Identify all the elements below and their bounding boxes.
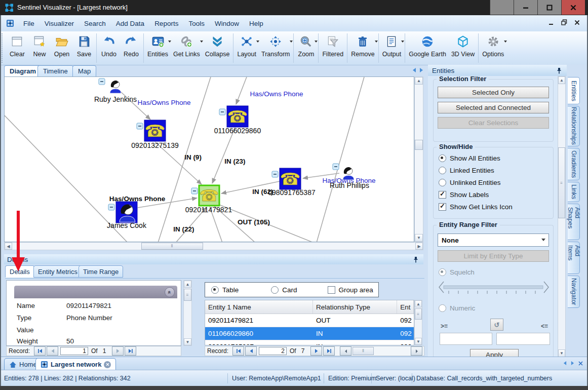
scroll-up-icon[interactable]: ▲: [415, 77, 423, 85]
show-all-entities-option[interactable]: Show All Entities: [439, 154, 553, 162]
checkbox-icon[interactable]: [439, 203, 446, 211]
radio-icon[interactable]: [439, 154, 446, 162]
side-tab-navigator[interactable]: Navigator: [568, 276, 580, 308]
tabs-right-icon[interactable]: [571, 361, 574, 366]
checkbox-icon[interactable]: [328, 286, 335, 294]
last-record-button[interactable]: [125, 346, 136, 356]
column-header-entity-1-name[interactable]: Entity 1 Name: [205, 300, 313, 314]
horizontal-scroll-thumb[interactable]: ⦀: [141, 243, 203, 250]
collapse-minus-icon[interactable]: [108, 204, 114, 210]
mdi-minimize-icon[interactable]: [548, 20, 554, 25]
collapse-minus-icon[interactable]: [219, 109, 225, 115]
pin-icon[interactable]: [557, 67, 562, 74]
previous-record-button[interactable]: [47, 346, 58, 356]
maximize-button[interactable]: [537, 0, 561, 15]
entity-range-dropdown[interactable]: None: [438, 233, 549, 247]
unlinked-entities-option[interactable]: Unlinked Entities: [439, 179, 553, 186]
checkbox-icon[interactable]: [439, 191, 446, 199]
tab-map[interactable]: Map: [72, 65, 96, 76]
diagram-canvas[interactable]: Has/Owns PhoneHas/Owns PhoneHas/Owns Pho…: [4, 76, 414, 242]
table-scroll-thumb[interactable]: ≡: [415, 308, 422, 320]
radio-icon[interactable]: [271, 286, 279, 294]
collapse-minus-icon[interactable]: [333, 164, 339, 170]
column-header-relationship-type[interactable]: Relationship Type: [313, 300, 397, 314]
toolbar-button-redo[interactable]: Redo: [120, 31, 142, 65]
pin-icon[interactable]: [413, 256, 418, 263]
tabs-left-icon[interactable]: [563, 361, 567, 366]
side-tab-gradients[interactable]: Gradients: [568, 148, 580, 180]
collapse-minus-icon[interactable]: [191, 188, 198, 194]
dropdown-caret-icon[interactable]: [504, 41, 507, 43]
close-button[interactable]: [561, 0, 585, 15]
menu-item-help[interactable]: Help: [244, 18, 268, 29]
range-min-input[interactable]: [440, 333, 492, 345]
entity-node-phone-092011479821[interactable]: ☎092011479821: [185, 185, 232, 214]
table-row[interactable]: 011066029860IN092: [205, 327, 414, 340]
collapse-chevron-icon[interactable]: «: [165, 287, 175, 297]
scroll-up-icon[interactable]: ▲: [415, 300, 422, 307]
toolbar-button-new[interactable]: New: [28, 31, 51, 65]
radio-icon[interactable]: [211, 286, 219, 294]
tab-diagram[interactable]: Diagram: [4, 65, 42, 76]
table-scrollbar[interactable]: ▲ ≡ ▼: [414, 300, 422, 345]
toolbar-button-google-earth[interactable]: Google Earth: [406, 31, 449, 65]
collapse-minus-icon[interactable]: [99, 79, 105, 85]
toolbar-button-save[interactable]: Save: [73, 31, 95, 65]
side-tab-relationships[interactable]: Relationships: [568, 106, 580, 146]
last-record-button[interactable]: [323, 346, 335, 356]
scroll-down-icon[interactable]: ▼: [184, 338, 191, 345]
toolbar-button-open[interactable]: Open: [51, 31, 73, 65]
menu-item-tools[interactable]: Tools: [183, 18, 210, 29]
table-hscroll-thumb[interactable]: ⦀: [352, 347, 374, 355]
toolbar-button-get-links[interactable]: Get Links: [171, 31, 203, 65]
next-record-button[interactable]: [310, 346, 322, 356]
range-max-input[interactable]: [496, 333, 550, 345]
toolbar-button-transform[interactable]: Transform: [259, 31, 293, 65]
dropdown-caret-icon[interactable]: [401, 41, 404, 43]
diagram-vertical-scrollbar[interactable]: ▲ ▼: [414, 76, 423, 242]
minimize-button[interactable]: [514, 0, 537, 15]
tab-timeline[interactable]: Timeline: [37, 65, 73, 76]
first-record-button[interactable]: [232, 346, 244, 356]
column-header-ent[interactable]: Ent: [397, 300, 414, 314]
mdi-close-icon[interactable]: [574, 20, 580, 25]
diagram-horizontal-scrollbar[interactable]: ◀ ⦀ ▶: [4, 242, 423, 250]
linked-entities-option[interactable]: Linked Entities: [439, 167, 553, 174]
toolbar-button-collapse[interactable]: Collapse: [203, 31, 232, 65]
previous-record-button[interactable]: [245, 346, 257, 356]
table-row[interactable]: 098091765387IN092: [205, 340, 414, 345]
numeric-option[interactable]: Numeric: [439, 304, 553, 312]
toolbar-button-remove[interactable]: Remove: [348, 31, 377, 65]
toolbar-button-entities[interactable]: Entities: [145, 31, 171, 65]
toolbar-button-output[interactable]: Output: [380, 31, 404, 65]
tab-scroll-right-icon[interactable]: [419, 67, 423, 73]
scroll-down-icon[interactable]: ▼: [558, 349, 565, 357]
record-position[interactable]: 2: [259, 347, 287, 355]
toolbar-button-undo[interactable]: Undo: [98, 31, 120, 65]
selected-and-connected-button[interactable]: Selected and Connected: [438, 102, 549, 113]
menu-item-file[interactable]: File: [18, 18, 40, 29]
menu-item-reports[interactable]: Reports: [149, 18, 183, 29]
collapse-minus-icon[interactable]: [272, 171, 278, 177]
dropdown-caret-icon[interactable]: [290, 41, 293, 43]
show-labels-option[interactable]: Show Labels: [439, 191, 553, 199]
scroll-up-icon[interactable]: ▲: [558, 76, 565, 84]
record-position[interactable]: 1: [60, 347, 88, 355]
selected-only-button[interactable]: Selected Only: [438, 87, 549, 98]
reset-range-button[interactable]: ↺: [490, 319, 503, 331]
mdi-restore-icon[interactable]: [561, 19, 567, 25]
squelch-slider[interactable]: [438, 280, 550, 295]
entity-node-phone-011066029860[interactable]: ☎011066029860: [214, 106, 261, 135]
toolbar-button-filtered[interactable]: Filtered: [320, 31, 346, 65]
side-tab-add-items[interactable]: Add Items: [568, 242, 580, 274]
toolbar-button-clear[interactable]: Clear: [6, 31, 28, 65]
entity-node-phone-092013275139[interactable]: ☎092013275139: [131, 120, 179, 149]
form-scrollbar[interactable]: ▲ ≡ ▼: [183, 280, 192, 346]
toolbar-button-options[interactable]: Options: [480, 31, 506, 65]
table-row[interactable]: 092011479821OUT092: [205, 314, 414, 327]
squelch-option[interactable]: Squelch: [439, 268, 553, 276]
next-record-button[interactable]: [112, 346, 124, 356]
tab-entity-metrics[interactable]: Entity Metrics: [33, 265, 82, 278]
vertical-scroll-thumb[interactable]: [415, 140, 423, 150]
tab-time-range[interactable]: Time Range: [79, 265, 123, 278]
